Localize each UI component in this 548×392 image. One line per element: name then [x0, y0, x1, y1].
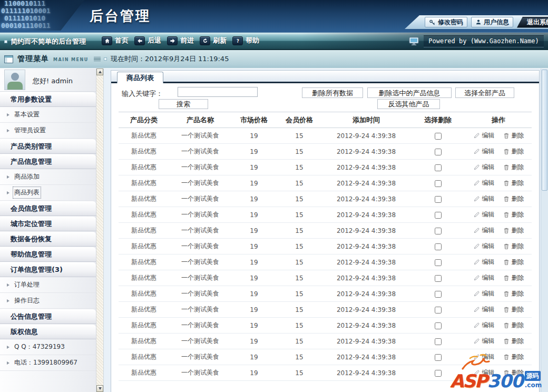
sidebar-item[interactable]: 基本设置	[0, 107, 96, 123]
edit-link[interactable]: 编辑	[473, 147, 495, 156]
edit-link[interactable]: 编辑	[473, 131, 495, 140]
row-checkbox[interactable]	[435, 149, 442, 155]
monitor-icon	[409, 37, 419, 46]
cell-category: 新品优惠	[119, 128, 169, 144]
delete-link[interactable]: 删除	[503, 273, 524, 282]
sidebar-item[interactable]: 数据备份恢复	[0, 232, 96, 247]
edit-link[interactable]: 编辑	[473, 226, 495, 235]
nav-item-refresh[interactable]: 刷新	[200, 36, 227, 45]
row-checkbox[interactable]	[435, 275, 442, 282]
delete-link[interactable]: 删除	[503, 194, 524, 203]
cell-select	[410, 239, 465, 254]
nav-item-back[interactable]: 后退	[134, 36, 161, 45]
scroll-up-button[interactable]	[96, 68, 103, 75]
select-all-button[interactable]: 选择全部产品	[455, 87, 514, 98]
sidebar-item[interactable]: 产品类别管理	[0, 139, 96, 154]
search-button[interactable]: 搜索	[159, 99, 208, 109]
sidebar-item[interactable]: 帮助信息管理	[0, 247, 96, 262]
delete-link[interactable]: 删除	[503, 289, 524, 298]
invert-selection-button[interactable]: 反选其他产品	[377, 99, 440, 109]
cell-market-price: 19	[231, 223, 277, 239]
delete-link[interactable]: 删除	[503, 210, 524, 219]
sidebar-item[interactable]: 城市定位管理	[0, 217, 96, 231]
hamburger-icon[interactable]	[93, 56, 102, 63]
sidebar-item[interactable]: 会员信息管理	[0, 201, 96, 216]
sidebar-item[interactable]: 版权信息	[0, 325, 96, 339]
edit-link[interactable]: 编辑	[473, 210, 495, 219]
sidebar-item[interactable]: 操作日志	[0, 293, 96, 309]
row-checkbox[interactable]	[435, 354, 442, 361]
forward-icon	[167, 36, 178, 45]
delete-link[interactable]: 删除	[503, 163, 524, 172]
delete-link[interactable]: 删除	[503, 131, 524, 140]
cell-category: 新品优惠	[119, 254, 169, 270]
row-checkbox[interactable]	[435, 370, 442, 377]
time-bar: 现在时间：2012年9月24日 11:19:45	[104, 50, 229, 68]
row-checkbox[interactable]	[435, 338, 442, 345]
delete-link[interactable]: 删除	[503, 179, 524, 188]
menu-title: 管理菜单	[17, 54, 49, 64]
edit-link[interactable]: 编辑	[473, 163, 495, 172]
row-checkbox[interactable]	[435, 228, 442, 234]
row-checkbox[interactable]	[435, 180, 442, 187]
edit-link[interactable]: 编辑	[473, 289, 495, 298]
edit-link[interactable]: 编辑	[473, 179, 495, 188]
header-button-strip: 修改密码用户信息退出系统	[405, 15, 548, 29]
sidebar-item[interactable]: 商品列表	[0, 185, 96, 201]
keyword-input[interactable]	[178, 87, 258, 97]
sidebar-item[interactable]: 产品信息管理	[0, 154, 96, 169]
edit-link[interactable]: 编辑	[473, 305, 495, 314]
sidebar-item[interactable]: 商品添加	[0, 169, 96, 185]
delete-link[interactable]: 删除	[503, 305, 524, 314]
delete-link[interactable]: 删除	[503, 258, 524, 267]
sidebar-item[interactable]: 电话：13991809967	[0, 355, 96, 371]
edit-link[interactable]: 编辑	[473, 194, 495, 203]
sidebar-item[interactable]: 公告信息管理	[0, 309, 96, 324]
cell-member-price: 15	[277, 334, 322, 349]
delete-link[interactable]: 删除	[503, 226, 524, 235]
tab-product-list[interactable]: 商品列表	[117, 72, 163, 83]
sidebar-item[interactable]: 订单处理	[0, 277, 96, 293]
row-checkbox[interactable]	[435, 259, 442, 266]
row-checkbox[interactable]	[435, 307, 442, 313]
edit-link[interactable]: 编辑	[473, 273, 495, 282]
arrow-right-icon	[7, 191, 9, 194]
delete-link[interactable]: 删除	[503, 321, 524, 330]
edit-link[interactable]: 编辑	[473, 337, 495, 346]
sidebar-item[interactable]: 常用参数设置	[0, 92, 96, 107]
sidebar-item[interactable]: Q Q：47329193	[0, 339, 96, 355]
delete-link[interactable]: 删除	[503, 337, 524, 346]
nav-item-home[interactable]: 首页	[102, 36, 129, 45]
row-checkbox[interactable]	[435, 291, 442, 298]
delete-link[interactable]: 删除	[503, 242, 524, 251]
scrollbar-thumb[interactable]	[542, 70, 547, 191]
row-checkbox[interactable]	[435, 133, 442, 140]
cell-name: 一个测试美食	[169, 223, 231, 239]
row-checkbox[interactable]	[435, 322, 442, 329]
sidebar-item[interactable]: 管理员设置	[0, 123, 96, 139]
table-row: 新品优惠一个测试美食19152012-9-24 4:39:38编辑删除	[119, 254, 532, 270]
edit-link[interactable]: 编辑	[473, 321, 495, 330]
edit-link[interactable]: 编辑	[473, 258, 495, 267]
scroll-down-button[interactable]	[96, 385, 103, 392]
logout-button[interactable]: 退出系统	[517, 17, 548, 28]
delete-selected-button[interactable]: 删除选中的产品信息	[367, 87, 452, 98]
change-password-button[interactable]: 修改密码	[425, 17, 467, 27]
edit-label: 编辑	[482, 163, 495, 172]
sidebar-scrollbar[interactable]	[96, 68, 104, 392]
cell-category: 新品优惠	[119, 334, 169, 349]
sidebar-item[interactable]: 订单信息管理(3)	[0, 262, 96, 277]
delete-all-button[interactable]: 删除所有数据	[302, 87, 363, 98]
tagline-text: 简约而不简单的后台管理	[11, 37, 86, 46]
edit-link[interactable]: 编辑	[473, 242, 495, 251]
row-checkbox[interactable]	[435, 196, 442, 203]
sidebar: 您好! admin 常用参数设置基本设置管理员设置产品类别管理产品信息管理商品添…	[0, 68, 96, 392]
row-checkbox[interactable]	[435, 243, 442, 250]
user-info-button[interactable]: 用户信息	[471, 17, 513, 27]
main-scrollbar[interactable]	[541, 68, 548, 392]
nav-item-forward[interactable]: 前进	[167, 36, 194, 45]
row-checkbox[interactable]	[435, 164, 442, 171]
nav-item-help[interactable]: ?帮助	[232, 36, 259, 45]
row-checkbox[interactable]	[435, 212, 442, 219]
delete-link[interactable]: 删除	[503, 147, 524, 156]
